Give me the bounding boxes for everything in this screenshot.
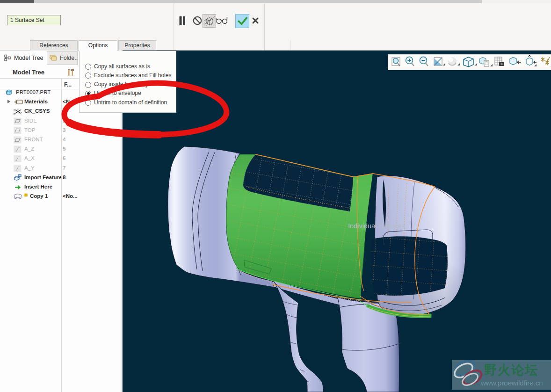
svg-text:z: z [14,112,15,115]
svg-text:Individual Surfaces: Individual Surfaces [348,222,406,230]
svg-text:y: y [14,108,15,111]
svg-text:x: x [21,111,22,114]
